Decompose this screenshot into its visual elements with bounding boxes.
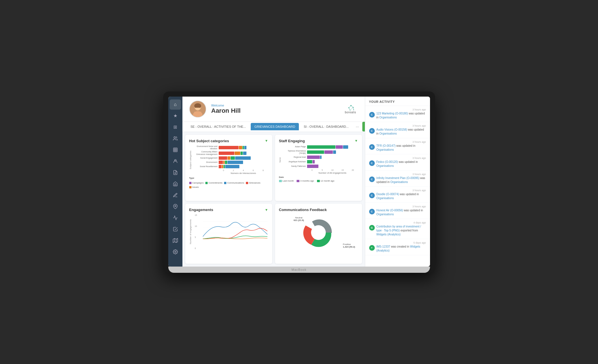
activity-text-7: Contribution by area of investment / typ… <box>376 225 426 237</box>
activity-item-6[interactable]: 3 hours ago C Honest Air (O-00056) was u… <box>365 203 430 219</box>
tabs-actions: + Add report ≡ <box>362 122 365 131</box>
svg-point-5 <box>174 205 176 207</box>
laptop-container: ⌂ ★ ⊞ <box>163 91 435 273</box>
sidebar: ⌂ ★ ⊞ <box>168 97 182 267</box>
positive-label: Positive1,424 (50.2) <box>343 243 355 248</box>
engagements-filter-icon[interactable]: ▼ <box>265 208 268 212</box>
sidebar-item-reports[interactable] <box>170 167 181 178</box>
activity-panel: YOUR ACTIVITY 3 hours ago C 123 Marketin… <box>365 97 430 267</box>
activity-item-3[interactable]: 3 hours ago C Fedco (O-00120) was update… <box>365 154 430 171</box>
x-axis-label-staff: Number of All engagements <box>285 172 358 174</box>
sidebar-item-settings[interactable] <box>170 247 181 257</box>
bar-row-2: Social Engagement <box>195 156 268 160</box>
welcome-text: Welcome Aaron Hill <box>211 104 339 114</box>
bar-row-0: Environment Noise and vibration <box>195 145 268 150</box>
widget-feedback-title: Communications Feedback <box>279 208 358 212</box>
staff-bar-2: Regional lead <box>285 156 358 159</box>
hot-subject-legend: Campaigns Commitments Communications Gri… <box>189 182 268 188</box>
activity-text-4: Infinity Investment Plan (O-00095) was u… <box>376 176 426 184</box>
activity-item-8[interactable]: 5 days ago + IMS-12337 was created in Wi… <box>365 239 430 255</box>
activity-text-8: IMS-12337 was created in Widgets (Analyt… <box>376 245 426 253</box>
filter-icon[interactable]: ▼ <box>265 139 268 143</box>
activity-item-2[interactable]: 3 hours ago C TFR (O-00147) was updated … <box>365 138 430 154</box>
staff-filter-icon[interactable]: ▼ <box>355 139 358 143</box>
svg-text:borealis: borealis <box>345 111 356 114</box>
svg-marker-6 <box>173 238 178 242</box>
activity-avatar-7: G <box>369 225 375 231</box>
activity-item-5[interactable]: 3 hours ago C Doodle (O-00074) was updat… <box>365 187 430 203</box>
activity-item-0[interactable]: 3 hours ago C 123 Marketing (O-00180) wa… <box>365 106 430 122</box>
activity-text-5: Doodle (O-00074) was updated in Organisa… <box>376 192 426 200</box>
activity-avatar-0: C <box>369 112 375 118</box>
header: Welcome Aaron Hill <box>182 97 365 122</box>
sidebar-item-map[interactable] <box>170 235 181 246</box>
svg-point-9 <box>174 251 176 252</box>
staff-y-label: Name <box>279 145 283 174</box>
user-name: Aaron Hill <box>211 107 339 114</box>
staff-bar-3: Angelique Ketcham <box>285 160 358 163</box>
svg-line-21 <box>349 105 351 108</box>
sidebar-item-analytics[interactable] <box>170 213 181 223</box>
widget-staff-title: Staff Engaging ▼ <box>279 139 358 143</box>
sidebar-item-home[interactable]: ⌂ <box>170 99 181 110</box>
activity-avatar-1: C <box>369 128 375 134</box>
activity-text-3: Fedco (O-00120) was updated in Organisat… <box>376 160 426 168</box>
activity-text-6: Honest Air (O-00056) was updated in Orga… <box>376 208 426 216</box>
activity-text-1: Audio Visions (O-00158) was updated in O… <box>376 128 426 136</box>
bar-row-3: Environment <box>195 161 268 164</box>
bar-row-1: Community Affairs Grievance management <box>195 151 268 156</box>
svg-line-24 <box>350 107 353 110</box>
main-content: Welcome Aaron Hill <box>182 97 365 267</box>
sidebar-item-contacts[interactable] <box>170 133 181 144</box>
laptop-screen: ⌂ ★ ⊞ <box>168 97 430 267</box>
sidebar-item-grid[interactable]: ⊞ <box>170 122 181 132</box>
engagements-y-label: Number of engagements <box>189 214 193 249</box>
tab-se-overall[interactable]: SE - OVERALL : ACTIVITIES OF THE... <box>187 123 250 130</box>
sidebar-item-properties[interactable] <box>170 179 181 189</box>
sidebar-item-location[interactable] <box>170 201 181 212</box>
neutral-label: Neutral621 (21.9) <box>294 216 304 222</box>
widget-feedback: Communications Feedback <box>275 204 362 263</box>
tab-grievances[interactable]: GRIEVANCES DASHBOARD <box>251 123 299 130</box>
widget-hot-subject-title: Hot Subject categories ▼ <box>189 139 268 143</box>
widget-hot-subject: Hot Subject categories ▼ Subject categor… <box>185 135 272 201</box>
widget-staff-engaging: Staff Engaging ▼ Name Adam Paige <box>275 135 362 201</box>
activity-title: YOUR ACTIVITY <box>365 97 430 106</box>
sidebar-item-favorites[interactable]: ★ <box>170 111 181 121</box>
activity-avatar-4: C <box>369 176 375 182</box>
tab-more-button[interactable]: ··· <box>354 123 361 130</box>
welcome-label: Welcome <box>211 104 339 107</box>
svg-rect-1 <box>173 148 177 152</box>
activity-avatar-6: C <box>369 209 375 214</box>
avatar <box>189 101 206 118</box>
widget-engagements-title: Engagements ▼ <box>189 208 268 212</box>
activity-item-1[interactable]: 3 hours ago C Audio Visions (O-00158) wa… <box>365 122 430 138</box>
donut-chart: Neutral621 (21.9) Positive1,424 (50.2) <box>279 214 358 251</box>
activity-avatar-3: C <box>369 160 375 166</box>
sidebar-item-stakeholders[interactable] <box>170 156 181 166</box>
staff-chart: Name Adam Paige Toj <box>279 145 358 174</box>
svg-line-20 <box>351 105 353 107</box>
staff-bar-1: Tojinisso Khomidova (Yenije) <box>285 150 358 155</box>
sidebar-item-pen[interactable] <box>170 190 181 200</box>
sidebar-item-tasks[interactable] <box>170 224 181 234</box>
hot-subject-chart: Subject categories Environment Noise and… <box>189 145 268 175</box>
tab-si-overall[interactable]: SI - OVERALL : DASHBOARD... <box>300 123 352 130</box>
widget-engagements: Engagements ▼ Number of engagements 15 1… <box>185 204 272 263</box>
laptop-brand: MacBook <box>291 268 307 271</box>
borealis-logo-icon: borealis <box>344 103 358 115</box>
dashboard-grid: Hot Subject categories ▼ Subject categor… <box>182 132 365 267</box>
add-report-button[interactable]: + Add report <box>362 122 365 131</box>
x-axis-label-hot: Número de Interacciones <box>195 172 268 174</box>
svg-rect-14 <box>194 112 201 117</box>
activity-item-4[interactable]: 3 hours ago C Infinity Investment Plan (… <box>365 171 430 187</box>
logo-area: borealis <box>344 103 358 115</box>
sidebar-item-building[interactable] <box>170 145 181 155</box>
bar-row-4: Social Resettlement <box>195 165 268 168</box>
svg-point-30 <box>311 225 326 240</box>
tabs-bar: SE - OVERALL : ACTIVITIES OF THE... GRIE… <box>182 122 365 132</box>
staff-bar-0: Adam Paige <box>285 145 358 149</box>
activity-avatar-8: + <box>369 245 375 251</box>
staff-date-legend: Last month 3 months ago 12 month ago <box>279 180 358 182</box>
activity-item-7[interactable]: 4 days ago G Contribution by area of inv… <box>365 219 430 239</box>
